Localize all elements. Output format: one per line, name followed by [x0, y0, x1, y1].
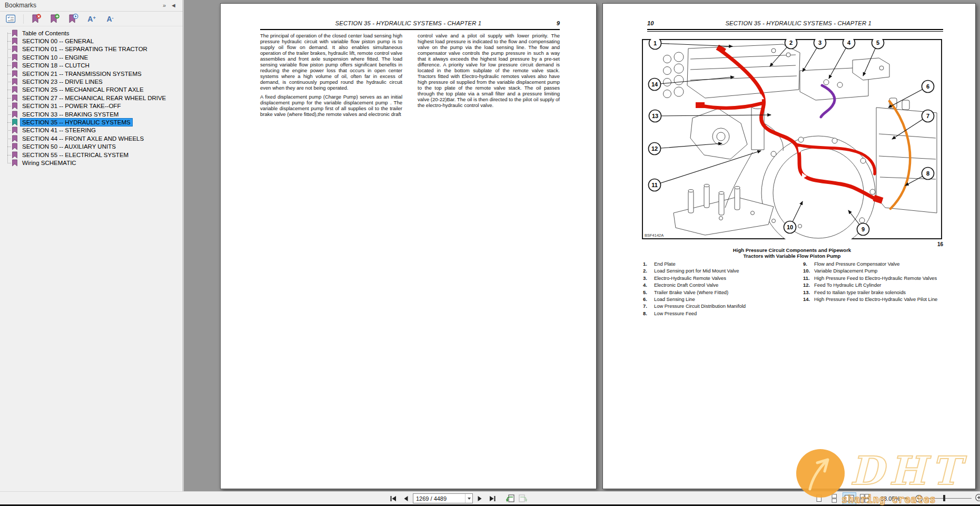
bookmark-item-section-23[interactable]: SECTION 23 -- DRIVE LINES [0, 77, 183, 85]
legend-item: 5.Trailer Brake Valve (Where Fitted) [643, 290, 797, 296]
bookmark-item-section-00[interactable]: SECTION 00 -- GENERAL [0, 37, 183, 45]
zoom-level-value[interactable]: 88.05% [880, 495, 900, 502]
pdf-reader-window: Bookmarks » ◄ [0, 0, 980, 506]
hydraulic-diagram-figure: 1 2 3 4 5 6 7 8 9 10 11 12 13 14 [642, 39, 942, 239]
zoom-in-button[interactable] [973, 492, 980, 503]
callout-label: 12 [651, 145, 658, 152]
bookmark-item-section-01[interactable]: SECTION 01 -- SEPARATING THE TRACTOR [0, 45, 183, 53]
page-9: SECTION 35 - HYDRAULIC SYSTEMS - CHAPTER… [220, 3, 597, 489]
decrease-text-size-icon[interactable]: A- [104, 13, 116, 25]
callout-label: 3 [818, 40, 821, 46]
delete-bookmark-icon[interactable] [31, 13, 42, 25]
bookmark-options-icon[interactable] [5, 13, 16, 25]
bookmark-flag-icon [12, 126, 18, 134]
continuous-view-button[interactable] [827, 492, 841, 505]
figure-number: 16 [922, 241, 943, 247]
bookmark-item-section-10[interactable]: SECTION 10 -- ENGINE [0, 53, 183, 61]
increase-text-size-icon[interactable]: A+ [86, 13, 97, 25]
legend-item: 13.Feed to Italian type trailer brake so… [803, 290, 943, 296]
bookmark-item-section-44[interactable]: SECTION 44 -- FRONT AXLE AND WHEELS [0, 134, 183, 142]
next-bookmark-icon[interactable] [67, 13, 79, 25]
page-9-header: SECTION 35 - HYDRAULIC SYSTEMS - CHAPTER… [260, 20, 560, 26]
page-number-input[interactable]: 1269 / 4489 [413, 493, 473, 503]
callout-label: 8 [926, 170, 929, 177]
page-10-number: 10 [647, 20, 654, 26]
bookmark-flag-icon [12, 143, 18, 150]
add-bookmark-icon[interactable] [49, 13, 61, 25]
legend-item: 1.End Plate [643, 261, 797, 267]
legend-item: 10.Variable Displacement Pump [803, 268, 943, 274]
paragraph: control valve and a pilot oil supply wit… [418, 33, 560, 108]
bookmark-flag-icon [12, 37, 18, 45]
callout-label: 2 [789, 40, 793, 46]
page-dropdown-icon[interactable] [465, 494, 472, 503]
bookmark-flag-icon [12, 111, 18, 118]
panel-expand-icon[interactable]: » [163, 0, 166, 11]
bookmark-flag-icon [12, 119, 18, 126]
callout-label: 4 [847, 40, 851, 46]
page-9-number: 9 [557, 20, 560, 26]
single-page-view-button[interactable] [812, 492, 826, 505]
legend-column-left: 1.End Plate 2.Load Sensing port for Mid … [643, 261, 797, 318]
zoom-out-button[interactable] [913, 493, 925, 504]
two-page-view-button[interactable] [843, 492, 856, 505]
bookmark-flag-icon [12, 30, 18, 37]
figure-caption: High Pressure Circuit Components and Pip… [642, 247, 942, 259]
callout-label: 14 [651, 81, 658, 87]
bookmarks-tree: Table of Contents SECTION 00 -- GENERAL … [0, 26, 183, 167]
last-page-button[interactable] [487, 493, 498, 504]
bookmarks-panel-header: Bookmarks » ◄ [0, 0, 183, 12]
two-page-continuous-view-button[interactable] [858, 492, 872, 505]
bookmark-item-section-27[interactable]: SECTION 27 -- MECHANICAL REAR WHEEL DRIV… [0, 94, 183, 102]
legend-column-right: 9.Flow and Pressure Compensator Valve 10… [803, 261, 943, 304]
callout-label: 7 [926, 113, 929, 119]
bookmark-item-wiring-schematic[interactable]: Wiring SCHEMATIC [0, 159, 183, 167]
bookmarks-panel-title: Bookmarks [5, 2, 36, 9]
legend-item: 7.Low Pressure Circuit Distribution Mani… [643, 304, 797, 309]
legend-item: 8.Low Pressure Feed [643, 311, 797, 317]
bookmark-item-toc[interactable]: Table of Contents [0, 29, 183, 37]
bookmark-item-section-18[interactable]: SECTION 18 -- CLUTCH [0, 62, 183, 70]
callout-label: 5 [876, 40, 879, 46]
next-page-button[interactable] [474, 493, 486, 504]
zoom-dropdown-icon[interactable] [904, 498, 907, 500]
legend-item: 12.Feed To Hydraulic Lift Cylinder [803, 283, 943, 288]
legend-item: 6.Load Sensing Line [643, 297, 797, 303]
legend-item: 14.High Pressure Feed to Electro-Hydraul… [803, 297, 943, 303]
bookmark-flag-icon [12, 86, 18, 93]
bookmark-item-section-35-selected[interactable]: SECTION 35 -- HYDRAULIC SYSTEMS [0, 118, 183, 126]
bookmark-flag-icon [12, 135, 18, 142]
legend-item: 3.Electro-Hydraulic Remote Valves [643, 276, 797, 281]
previous-view-button[interactable] [504, 493, 516, 504]
bookmark-item-section-50[interactable]: SECTION 50 -- AUXILIARY UNITS [0, 142, 183, 150]
page-9-body: The principal of operation of the closed… [260, 33, 560, 120]
bookmark-item-section-25[interactable]: SECTION 25 -- MECHANICAL FRONT AXLE [0, 86, 183, 94]
bookmark-flag-icon [12, 159, 18, 167]
legend-item: 11.High Pressure Feed to Electro-Hydraul… [803, 276, 943, 281]
legend-item: 4.Electronic Draft Control Valve [643, 283, 797, 288]
callout-label: 11 [651, 182, 658, 188]
bookmark-item-section-55[interactable]: SECTION 55 -- ELECTRICAL SYSTEM [0, 151, 183, 159]
paragraph: The principal of operation of the closed… [260, 33, 402, 91]
page-10: 10 SECTION 35 - HYDRAULIC SYSTEMS - CHAP… [602, 3, 976, 489]
header-rule [647, 29, 943, 32]
bookmark-item-section-21[interactable]: SECTION 21 -- TRANSMISSION SYSTEMS [0, 70, 183, 77]
bookmark-flag-icon [12, 94, 18, 102]
zoom-slider[interactable] [924, 498, 972, 499]
first-page-button[interactable] [388, 493, 399, 504]
document-pane[interactable]: SECTION 35 - HYDRAULIC SYSTEMS - CHAPTER… [184, 0, 980, 491]
previous-page-button[interactable] [400, 493, 412, 504]
bookmark-item-section-33[interactable]: SECTION 33 -- BRAKING SYSTEM [0, 110, 183, 118]
next-view-button[interactable] [517, 493, 529, 504]
bookmark-item-section-31[interactable]: SECTION 31 -- POWER TAKE--OFF [0, 102, 183, 110]
zoom-slider-handle[interactable] [943, 495, 945, 501]
page-9-column-2: control valve and a pilot oil supply wit… [418, 33, 560, 120]
bookmark-item-section-41[interactable]: SECTION 41 -- STEERING [0, 126, 183, 134]
bookmarks-panel: Bookmarks » ◄ [0, 0, 183, 491]
bookmark-flag-icon [12, 45, 18, 53]
page-9-column-1: The principal of operation of the closed… [260, 33, 402, 120]
bookmark-flag-icon [12, 151, 18, 159]
panel-collapse-icon[interactable]: ◄ [171, 0, 176, 11]
page-number-value[interactable]: 1269 / 4489 [413, 495, 465, 502]
callout-label: 6 [926, 83, 929, 90]
